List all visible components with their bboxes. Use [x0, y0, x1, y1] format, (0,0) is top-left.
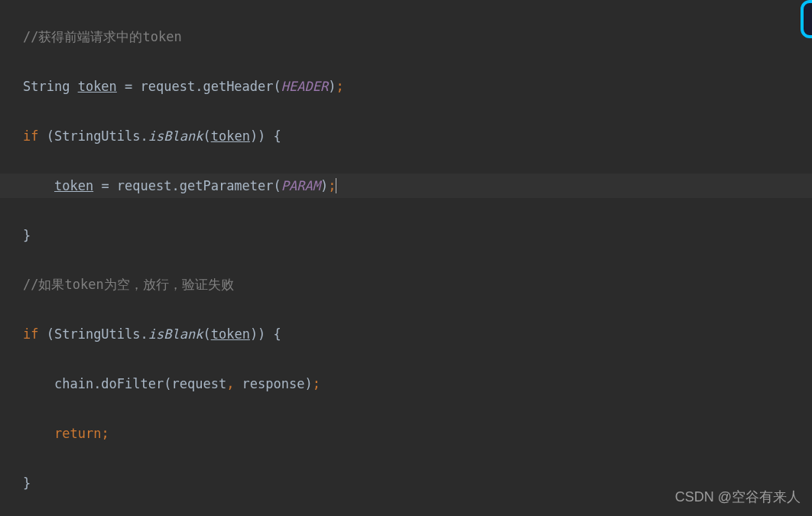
- constant: HEADER: [281, 74, 328, 99]
- watermark: CSDN @空谷有来人: [675, 484, 801, 510]
- code-line: if (StringUtils.isBlank(token)) {: [23, 322, 812, 347]
- code-line: chain.doFilter(request, response);: [23, 372, 812, 397]
- cursor: [336, 178, 336, 193]
- code-line: //获得前端请求中的token: [23, 24, 812, 50]
- code-line: String token = request.getHeader(HEADER)…: [23, 74, 812, 99]
- code-line-active: token = request.getParameter(PARAM);: [0, 174, 812, 199]
- variable: token: [78, 74, 117, 99]
- code-line: if (StringUtils.isBlank(token)) {: [23, 124, 812, 149]
- code-line: //如果token为空，放行，验证失败: [23, 272, 812, 297]
- comment: //获得前端请求中的token: [23, 24, 182, 49]
- code-editor[interactable]: //获得前端请求中的token String token = request.g…: [0, 0, 812, 516]
- code-line: return;: [23, 421, 812, 446]
- logo-icon: [789, 0, 812, 38]
- code-line: }: [23, 222, 812, 248]
